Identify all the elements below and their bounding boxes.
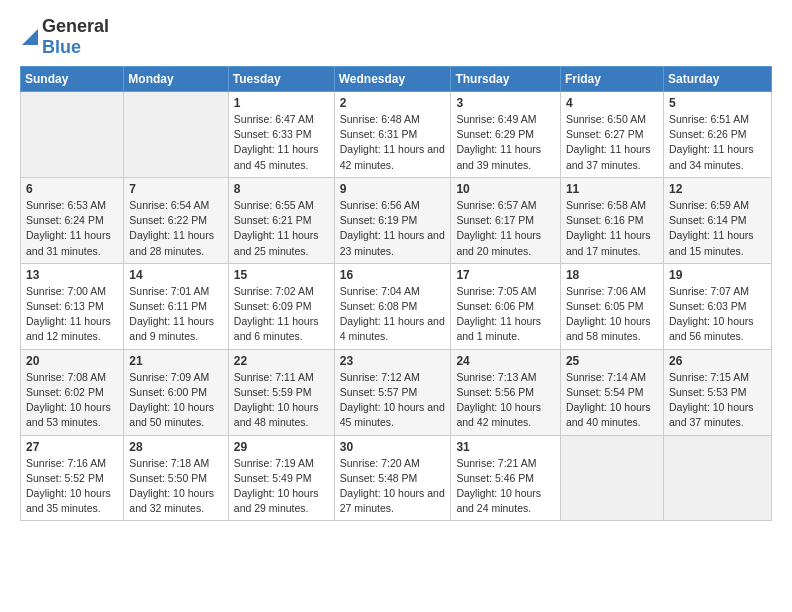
day-number: 14	[129, 268, 222, 282]
calendar-cell	[560, 435, 663, 521]
calendar-cell: 5Sunrise: 6:51 AMSunset: 6:26 PMDaylight…	[663, 92, 771, 178]
svg-marker-0	[22, 29, 38, 45]
day-info: Sunrise: 7:20 AMSunset: 5:48 PMDaylight:…	[340, 456, 446, 517]
day-number: 6	[26, 182, 118, 196]
day-info: Sunrise: 7:05 AMSunset: 6:06 PMDaylight:…	[456, 284, 555, 345]
day-number: 29	[234, 440, 329, 454]
calendar-cell: 25Sunrise: 7:14 AMSunset: 5:54 PMDayligh…	[560, 349, 663, 435]
day-number: 11	[566, 182, 658, 196]
day-info: Sunrise: 6:55 AMSunset: 6:21 PMDaylight:…	[234, 198, 329, 259]
day-info: Sunrise: 7:00 AMSunset: 6:13 PMDaylight:…	[26, 284, 118, 345]
day-info: Sunrise: 6:58 AMSunset: 6:16 PMDaylight:…	[566, 198, 658, 259]
day-info: Sunrise: 6:53 AMSunset: 6:24 PMDaylight:…	[26, 198, 118, 259]
day-number: 19	[669, 268, 766, 282]
day-info: Sunrise: 7:07 AMSunset: 6:03 PMDaylight:…	[669, 284, 766, 345]
calendar-cell: 2Sunrise: 6:48 AMSunset: 6:31 PMDaylight…	[334, 92, 451, 178]
day-info: Sunrise: 7:19 AMSunset: 5:49 PMDaylight:…	[234, 456, 329, 517]
calendar-cell: 6Sunrise: 6:53 AMSunset: 6:24 PMDaylight…	[21, 177, 124, 263]
weekday-header-row: SundayMondayTuesdayWednesdayThursdayFrid…	[21, 67, 772, 92]
day-number: 24	[456, 354, 555, 368]
week-row-3: 13Sunrise: 7:00 AMSunset: 6:13 PMDayligh…	[21, 263, 772, 349]
day-number: 16	[340, 268, 446, 282]
day-number: 5	[669, 96, 766, 110]
day-number: 27	[26, 440, 118, 454]
calendar-cell: 4Sunrise: 6:50 AMSunset: 6:27 PMDaylight…	[560, 92, 663, 178]
day-info: Sunrise: 7:02 AMSunset: 6:09 PMDaylight:…	[234, 284, 329, 345]
calendar-cell	[21, 92, 124, 178]
day-info: Sunrise: 6:50 AMSunset: 6:27 PMDaylight:…	[566, 112, 658, 173]
calendar-cell: 10Sunrise: 6:57 AMSunset: 6:17 PMDayligh…	[451, 177, 561, 263]
calendar-cell: 8Sunrise: 6:55 AMSunset: 6:21 PMDaylight…	[228, 177, 334, 263]
day-info: Sunrise: 6:49 AMSunset: 6:29 PMDaylight:…	[456, 112, 555, 173]
calendar-cell: 11Sunrise: 6:58 AMSunset: 6:16 PMDayligh…	[560, 177, 663, 263]
day-number: 17	[456, 268, 555, 282]
day-info: Sunrise: 7:21 AMSunset: 5:46 PMDaylight:…	[456, 456, 555, 517]
calendar-cell: 7Sunrise: 6:54 AMSunset: 6:22 PMDaylight…	[124, 177, 228, 263]
day-number: 26	[669, 354, 766, 368]
day-number: 2	[340, 96, 446, 110]
day-info: Sunrise: 7:15 AMSunset: 5:53 PMDaylight:…	[669, 370, 766, 431]
day-info: Sunrise: 7:06 AMSunset: 6:05 PMDaylight:…	[566, 284, 658, 345]
day-info: Sunrise: 7:14 AMSunset: 5:54 PMDaylight:…	[566, 370, 658, 431]
day-number: 20	[26, 354, 118, 368]
weekday-header-sunday: Sunday	[21, 67, 124, 92]
logo-triangle-icon	[20, 27, 40, 47]
weekday-header-wednesday: Wednesday	[334, 67, 451, 92]
calendar-cell: 28Sunrise: 7:18 AMSunset: 5:50 PMDayligh…	[124, 435, 228, 521]
calendar-cell: 21Sunrise: 7:09 AMSunset: 6:00 PMDayligh…	[124, 349, 228, 435]
calendar-cell: 1Sunrise: 6:47 AMSunset: 6:33 PMDaylight…	[228, 92, 334, 178]
day-info: Sunrise: 7:16 AMSunset: 5:52 PMDaylight:…	[26, 456, 118, 517]
calendar-cell: 12Sunrise: 6:59 AMSunset: 6:14 PMDayligh…	[663, 177, 771, 263]
day-info: Sunrise: 7:13 AMSunset: 5:56 PMDaylight:…	[456, 370, 555, 431]
day-number: 25	[566, 354, 658, 368]
day-number: 21	[129, 354, 222, 368]
week-row-2: 6Sunrise: 6:53 AMSunset: 6:24 PMDaylight…	[21, 177, 772, 263]
calendar-cell: 27Sunrise: 7:16 AMSunset: 5:52 PMDayligh…	[21, 435, 124, 521]
day-number: 4	[566, 96, 658, 110]
calendar-cell: 16Sunrise: 7:04 AMSunset: 6:08 PMDayligh…	[334, 263, 451, 349]
weekday-header-monday: Monday	[124, 67, 228, 92]
calendar-cell	[663, 435, 771, 521]
day-number: 9	[340, 182, 446, 196]
day-number: 18	[566, 268, 658, 282]
day-number: 12	[669, 182, 766, 196]
day-info: Sunrise: 7:11 AMSunset: 5:59 PMDaylight:…	[234, 370, 329, 431]
header: GeneralBlue	[20, 16, 772, 58]
calendar-cell	[124, 92, 228, 178]
day-info: Sunrise: 6:51 AMSunset: 6:26 PMDaylight:…	[669, 112, 766, 173]
day-info: Sunrise: 7:09 AMSunset: 6:00 PMDaylight:…	[129, 370, 222, 431]
calendar-cell: 3Sunrise: 6:49 AMSunset: 6:29 PMDaylight…	[451, 92, 561, 178]
calendar-cell: 30Sunrise: 7:20 AMSunset: 5:48 PMDayligh…	[334, 435, 451, 521]
day-info: Sunrise: 6:57 AMSunset: 6:17 PMDaylight:…	[456, 198, 555, 259]
day-number: 3	[456, 96, 555, 110]
calendar-cell: 9Sunrise: 6:56 AMSunset: 6:19 PMDaylight…	[334, 177, 451, 263]
weekday-header-friday: Friday	[560, 67, 663, 92]
calendar-cell: 17Sunrise: 7:05 AMSunset: 6:06 PMDayligh…	[451, 263, 561, 349]
day-info: Sunrise: 6:48 AMSunset: 6:31 PMDaylight:…	[340, 112, 446, 173]
day-info: Sunrise: 7:18 AMSunset: 5:50 PMDaylight:…	[129, 456, 222, 517]
week-row-4: 20Sunrise: 7:08 AMSunset: 6:02 PMDayligh…	[21, 349, 772, 435]
day-info: Sunrise: 7:04 AMSunset: 6:08 PMDaylight:…	[340, 284, 446, 345]
calendar-cell: 20Sunrise: 7:08 AMSunset: 6:02 PMDayligh…	[21, 349, 124, 435]
calendar-cell: 31Sunrise: 7:21 AMSunset: 5:46 PMDayligh…	[451, 435, 561, 521]
day-number: 28	[129, 440, 222, 454]
day-info: Sunrise: 6:56 AMSunset: 6:19 PMDaylight:…	[340, 198, 446, 259]
day-number: 7	[129, 182, 222, 196]
weekday-header-tuesday: Tuesday	[228, 67, 334, 92]
day-number: 23	[340, 354, 446, 368]
week-row-5: 27Sunrise: 7:16 AMSunset: 5:52 PMDayligh…	[21, 435, 772, 521]
day-info: Sunrise: 7:01 AMSunset: 6:11 PMDaylight:…	[129, 284, 222, 345]
calendar-cell: 29Sunrise: 7:19 AMSunset: 5:49 PMDayligh…	[228, 435, 334, 521]
day-info: Sunrise: 7:12 AMSunset: 5:57 PMDaylight:…	[340, 370, 446, 431]
calendar-cell: 19Sunrise: 7:07 AMSunset: 6:03 PMDayligh…	[663, 263, 771, 349]
calendar-cell: 26Sunrise: 7:15 AMSunset: 5:53 PMDayligh…	[663, 349, 771, 435]
weekday-header-thursday: Thursday	[451, 67, 561, 92]
calendar-cell: 14Sunrise: 7:01 AMSunset: 6:11 PMDayligh…	[124, 263, 228, 349]
calendar-cell: 24Sunrise: 7:13 AMSunset: 5:56 PMDayligh…	[451, 349, 561, 435]
day-number: 1	[234, 96, 329, 110]
day-info: Sunrise: 6:47 AMSunset: 6:33 PMDaylight:…	[234, 112, 329, 173]
day-info: Sunrise: 7:08 AMSunset: 6:02 PMDaylight:…	[26, 370, 118, 431]
day-info: Sunrise: 6:59 AMSunset: 6:14 PMDaylight:…	[669, 198, 766, 259]
calendar-cell: 23Sunrise: 7:12 AMSunset: 5:57 PMDayligh…	[334, 349, 451, 435]
calendar-cell: 15Sunrise: 7:02 AMSunset: 6:09 PMDayligh…	[228, 263, 334, 349]
